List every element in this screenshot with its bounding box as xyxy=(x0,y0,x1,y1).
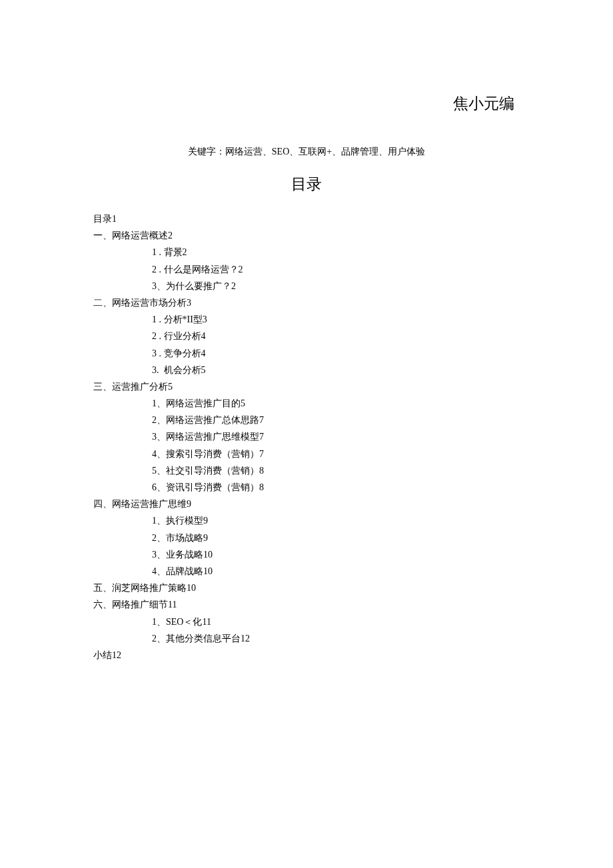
toc-entry: 2、其他分类信息平台12 xyxy=(152,630,520,647)
toc-entry: 3 . 竞争分析4 xyxy=(152,345,520,362)
toc-entry: 1 . 背景2 xyxy=(152,244,520,260)
toc-entry: 1、执行模型9 xyxy=(152,512,520,529)
toc-entry: 二、网络运营市场分析3 xyxy=(93,294,520,311)
toc-entry: 6、资讯引导消费（营销）8 xyxy=(152,479,520,496)
toc-entry: 一、网络运营概述2 xyxy=(93,227,520,244)
toc-entry: 五、润芝网络推广策略10 xyxy=(93,580,520,596)
toc-entry: 3. 机会分析5 xyxy=(152,362,520,378)
toc-title: 目录 xyxy=(93,174,520,195)
toc-entry: 1、网络运营推广目的5 xyxy=(152,395,520,412)
toc-entry: 2 . 行业分析4 xyxy=(152,328,520,344)
toc-entry: 3、网络运营推广思维模型7 xyxy=(152,428,520,445)
toc-entry: 2、市场战略9 xyxy=(152,530,520,546)
author-name: 焦小元编 xyxy=(93,93,520,114)
toc-entry: 2、网络运营推广总体思路7 xyxy=(152,412,520,428)
toc-entry: 小结12 xyxy=(93,647,520,663)
toc-entry: 1 . 分析*II型3 xyxy=(152,311,520,328)
toc-entry: 2 . 什么是网络运营？2 xyxy=(152,261,520,278)
toc-entry: 目录1 xyxy=(93,211,520,227)
toc-entry: 3、业务战略10 xyxy=(152,546,520,563)
toc-entry: 六、网络推广细节11 xyxy=(93,596,520,613)
keywords-line: 关键字：网络运营、SEO、互联网+、品牌管理、用户体验 xyxy=(93,146,520,158)
toc-entry: 5、社交引导消费（营销）8 xyxy=(152,462,520,479)
toc-entry: 四、网络运营推广思维9 xyxy=(93,496,520,512)
toc-entry: 4、搜索引导消费（营销）7 xyxy=(152,446,520,462)
toc-entry: 4、品牌战略10 xyxy=(152,563,520,580)
document-page: 焦小元编 关键字：网络运营、SEO、互联网+、品牌管理、用户体验 目录 目录1一… xyxy=(0,0,613,663)
toc-entry: 3、为什么要推广？2 xyxy=(152,278,520,294)
toc-entry: 1、SEO＜化11 xyxy=(152,614,520,630)
table-of-contents: 目录1一、网络运营概述21 . 背景22 . 什么是网络运营？23、为什么要推广… xyxy=(93,211,520,663)
toc-entry: 三、运营推广分析5 xyxy=(93,378,520,395)
